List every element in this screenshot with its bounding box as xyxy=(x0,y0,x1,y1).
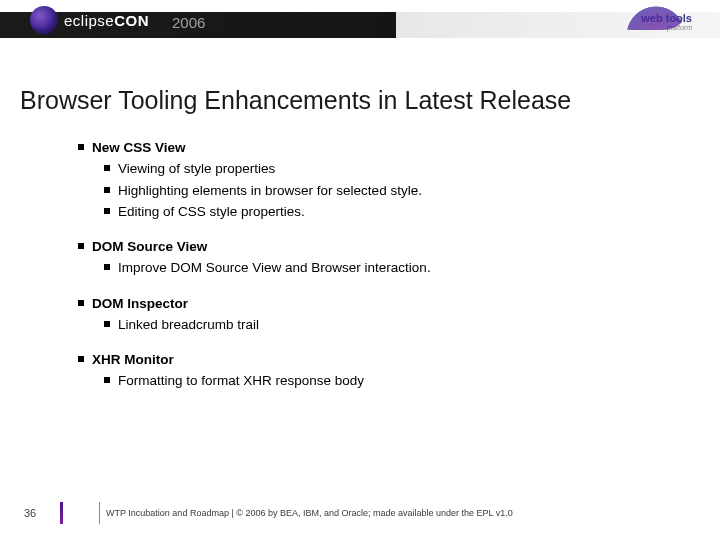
footer-divider-icon xyxy=(99,502,100,524)
item-text: Viewing of style properties xyxy=(118,160,275,177)
heading-text: XHR Monitor xyxy=(92,351,174,368)
bullet-square-icon xyxy=(78,243,84,249)
list-item: Editing of CSS style properties. xyxy=(104,203,720,220)
slide: eclipseCON 2006 web tools platform Brows… xyxy=(0,0,720,540)
section-heading: New CSS View xyxy=(78,139,720,156)
item-text: Linked breadcrumb trail xyxy=(118,316,259,333)
slide-title: Browser Tooling Enhancements in Latest R… xyxy=(20,86,720,115)
conference-year: 2006 xyxy=(172,14,205,31)
list-item: Linked breadcrumb trail xyxy=(104,316,720,333)
bullet-square-icon xyxy=(78,300,84,306)
list-item: Formatting to format XHR response body xyxy=(104,372,720,389)
bullet-square-icon xyxy=(78,144,84,150)
slide-footer: 36 WTP Incubation and Roadmap | © 2006 b… xyxy=(0,502,720,524)
brand-right: CON xyxy=(114,12,149,29)
bullet-square-icon xyxy=(104,165,110,171)
slide-content: New CSS View Viewing of style properties… xyxy=(78,139,720,390)
page-number: 36 xyxy=(0,507,60,519)
list-item: Highlighting elements in browser for sel… xyxy=(104,182,720,199)
heading-text: DOM Inspector xyxy=(92,295,188,312)
brand-left: eclipse xyxy=(64,12,114,29)
section-heading: DOM Inspector xyxy=(78,295,720,312)
list-item: Improve DOM Source View and Browser inte… xyxy=(104,259,720,276)
bullet-square-icon xyxy=(104,264,110,270)
bullet-square-icon xyxy=(104,377,110,383)
heading-text: DOM Source View xyxy=(92,238,207,255)
item-text: Improve DOM Source View and Browser inte… xyxy=(118,259,431,276)
item-text: Editing of CSS style properties. xyxy=(118,203,305,220)
webtools-logo: web tools platform xyxy=(602,0,692,31)
section-heading: XHR Monitor xyxy=(78,351,720,368)
slide-header: eclipseCON 2006 web tools platform xyxy=(0,0,720,54)
footer-divider-icon xyxy=(60,502,63,524)
bullet-square-icon xyxy=(104,321,110,327)
bullet-square-icon xyxy=(104,187,110,193)
bullet-square-icon xyxy=(104,208,110,214)
section-heading: DOM Source View xyxy=(78,238,720,255)
eclipse-ball-icon xyxy=(30,6,58,34)
eclipse-logo-text: eclipseCON xyxy=(64,12,149,29)
list-item: Viewing of style properties xyxy=(104,160,720,177)
item-text: Highlighting elements in browser for sel… xyxy=(118,182,422,199)
item-text: Formatting to format XHR response body xyxy=(118,372,364,389)
footer-text: WTP Incubation and Roadmap | © 2006 by B… xyxy=(106,508,513,518)
eclipse-logo: eclipseCON xyxy=(30,6,149,34)
heading-text: New CSS View xyxy=(92,139,186,156)
bullet-square-icon xyxy=(78,356,84,362)
